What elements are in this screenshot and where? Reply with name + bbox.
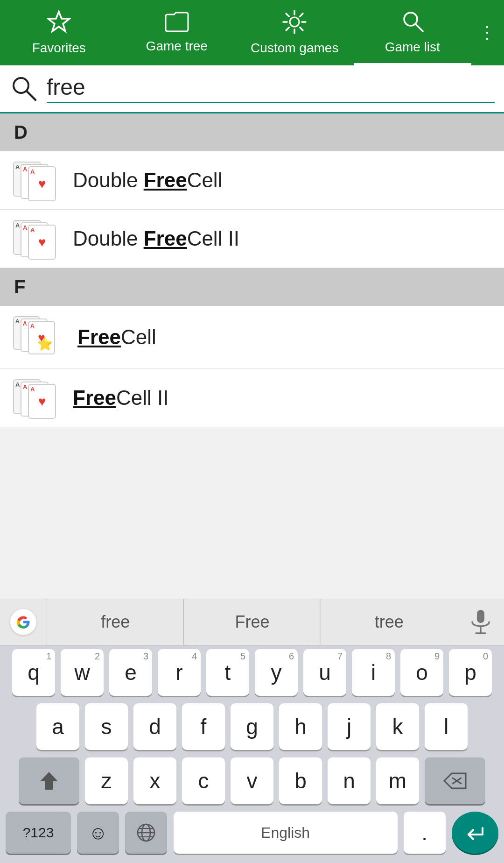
- key-q[interactable]: 1q: [12, 649, 55, 696]
- game-list: D A ♠ A ♥ A ♥ Double FreeCell A ♠: [0, 113, 504, 427]
- keyboard-bottom-row: ?123 ☺ English .: [0, 808, 504, 863]
- section-header-f: F: [0, 268, 504, 306]
- key-i[interactable]: 8i: [352, 649, 395, 696]
- key-r[interactable]: 4r: [158, 649, 201, 696]
- more-menu-button[interactable]: ⋮: [471, 0, 504, 65]
- key-w[interactable]: 2w: [61, 649, 104, 696]
- key-b[interactable]: b: [279, 757, 322, 804]
- game-icon-double-freecell-ii: A ♠ A ♥ A ♥: [13, 220, 60, 257]
- nav-game-tree[interactable]: Game tree: [118, 0, 236, 65]
- suggestions-row: free Free tree: [0, 599, 504, 645]
- key-u[interactable]: 7u: [303, 649, 346, 696]
- key-emoji[interactable]: ☺: [77, 812, 119, 854]
- list-item[interactable]: A ♠ A ♥ A ♥ Double FreeCell II: [0, 210, 504, 268]
- gear-icon: [282, 10, 307, 38]
- svg-marker-0: [48, 12, 70, 31]
- keyboard-row-3: z x c v b n m: [0, 754, 504, 808]
- nav-favorites[interactable]: Favorites: [0, 0, 118, 65]
- game-icon-freecell: A ♠ A ♥ A ♥ ⭐: [13, 316, 64, 358]
- game-icon-freecell-ii: A ♠ A ♥ A ♥: [13, 379, 60, 417]
- list-item[interactable]: A ♠ A ♥ A ♥ ⭐ FreeCell: [0, 306, 504, 369]
- nav-game-tree-label: Game tree: [146, 39, 208, 54]
- key-f[interactable]: f: [182, 703, 225, 750]
- search-icon: [9, 74, 37, 104]
- key-m[interactable]: m: [376, 757, 419, 804]
- key-s[interactable]: s: [85, 703, 128, 750]
- google-logo: [0, 609, 47, 635]
- suggestion-tree[interactable]: tree: [321, 599, 457, 645]
- key-e[interactable]: 3e: [109, 649, 152, 696]
- key-g[interactable]: g: [231, 703, 273, 750]
- svg-point-1: [290, 17, 299, 27]
- search-input[interactable]: [47, 74, 495, 103]
- star-icon: [47, 10, 71, 38]
- suggestion-free-lower[interactable]: free: [47, 599, 183, 645]
- key-period[interactable]: .: [404, 812, 446, 854]
- top-navigation: Favorites Game tree Custom games Game li…: [0, 0, 504, 65]
- key-n[interactable]: n: [328, 757, 371, 804]
- folder-icon: [165, 12, 189, 36]
- nav-custom-games[interactable]: Custom games: [236, 0, 354, 65]
- key-x[interactable]: x: [133, 757, 176, 804]
- game-name-freecell-ii: FreeCell II: [73, 386, 168, 410]
- key-t[interactable]: 5t: [206, 649, 249, 696]
- key-h[interactable]: h: [279, 703, 322, 750]
- mic-button[interactable]: [457, 609, 504, 635]
- key-a[interactable]: a: [36, 703, 79, 750]
- svg-line-3: [415, 24, 423, 31]
- key-z[interactable]: z: [85, 757, 128, 804]
- svg-marker-9: [40, 772, 58, 790]
- nav-game-list[interactable]: Game list: [354, 0, 472, 65]
- search-bar: [0, 65, 504, 113]
- key-globe[interactable]: [125, 812, 167, 854]
- game-name-double-freecell: Double FreeCell: [73, 169, 222, 192]
- suggestion-free-upper[interactable]: Free: [183, 599, 320, 645]
- key-j[interactable]: j: [328, 703, 371, 750]
- nav-favorites-label: Favorites: [32, 41, 86, 56]
- key-delete[interactable]: [425, 757, 485, 804]
- section-header-d: D: [0, 113, 504, 151]
- key-space[interactable]: English: [174, 812, 398, 854]
- list-item[interactable]: A ♠ A ♥ A ♥ Double FreeCell: [0, 151, 504, 210]
- key-k[interactable]: k: [376, 703, 419, 750]
- svg-rect-6: [477, 610, 484, 623]
- key-numbers[interactable]: ?123: [6, 812, 71, 854]
- keyboard-row-1: 1q 2w 3e 4r 5t 6y 7u 8i 9o 0p: [0, 645, 504, 700]
- key-y[interactable]: 6y: [255, 649, 298, 696]
- key-shift[interactable]: [19, 757, 79, 804]
- nav-game-list-label: Game list: [385, 40, 440, 55]
- key-l[interactable]: l: [425, 703, 468, 750]
- svg-line-5: [27, 91, 35, 100]
- keyboard: free Free tree 1q 2w 3e 4r: [0, 599, 504, 863]
- key-c[interactable]: c: [182, 757, 225, 804]
- key-o[interactable]: 9o: [400, 649, 443, 696]
- key-p[interactable]: 0p: [449, 649, 492, 696]
- search-nav-icon: [400, 9, 425, 37]
- key-enter[interactable]: [452, 812, 498, 854]
- key-v[interactable]: v: [231, 757, 273, 804]
- nav-custom-games-label: Custom games: [251, 41, 338, 56]
- list-item[interactable]: A ♠ A ♥ A ♥ FreeCell II: [0, 369, 504, 427]
- game-icon-double-freecell: A ♠ A ♥ A ♥: [13, 162, 60, 199]
- game-name-double-freecell-ii: Double FreeCell II: [73, 227, 239, 250]
- keyboard-row-2: a s d f g h j k l: [0, 700, 504, 754]
- game-name-freecell: FreeCell: [77, 325, 156, 349]
- key-d[interactable]: d: [133, 703, 176, 750]
